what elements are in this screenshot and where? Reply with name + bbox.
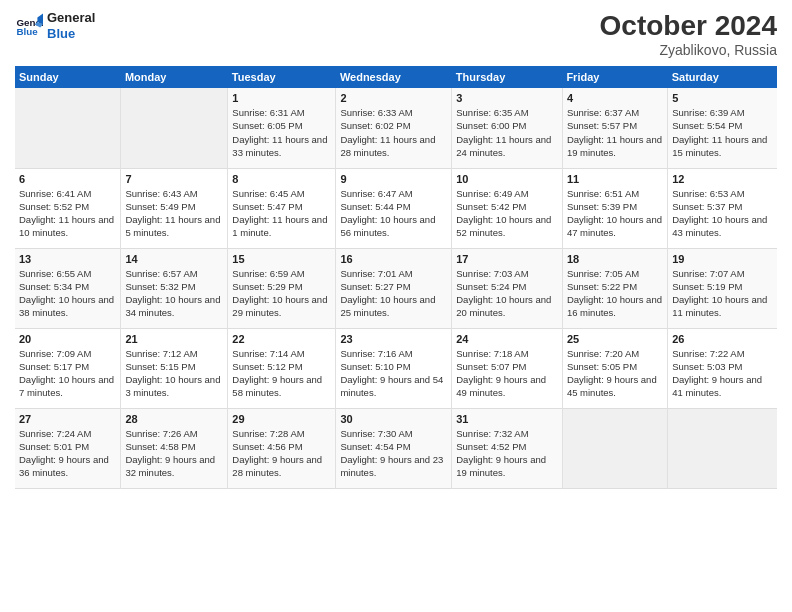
- sunset-info: Sunset: 5:29 PM: [232, 280, 331, 293]
- daylight-info: Daylight: 9 hours and 49 minutes.: [456, 373, 558, 400]
- daylight-info: Daylight: 10 hours and 29 minutes.: [232, 293, 331, 320]
- daylight-info: Daylight: 9 hours and 45 minutes.: [567, 373, 663, 400]
- sunset-info: Sunset: 5:57 PM: [567, 119, 663, 132]
- day-number: 30: [340, 413, 447, 425]
- day-number: 7: [125, 173, 223, 185]
- sunrise-info: Sunrise: 6:41 AM: [19, 187, 116, 200]
- calendar-cell: 15 Sunrise: 6:59 AM Sunset: 5:29 PM Dayl…: [228, 248, 336, 328]
- daylight-info: Daylight: 10 hours and 43 minutes.: [672, 213, 773, 240]
- daylight-info: Daylight: 10 hours and 3 minutes.: [125, 373, 223, 400]
- sunset-info: Sunset: 5:39 PM: [567, 200, 663, 213]
- day-number: 28: [125, 413, 223, 425]
- day-info: Sunrise: 6:31 AM Sunset: 6:05 PM Dayligh…: [232, 106, 331, 159]
- day-number: 10: [456, 173, 558, 185]
- weekday-header: Sunday: [15, 66, 121, 88]
- daylight-info: Daylight: 11 hours and 15 minutes.: [672, 133, 773, 160]
- sunset-info: Sunset: 5:22 PM: [567, 280, 663, 293]
- sunrise-info: Sunrise: 6:53 AM: [672, 187, 773, 200]
- daylight-info: Daylight: 9 hours and 19 minutes.: [456, 453, 558, 480]
- day-number: 1: [232, 92, 331, 104]
- sunset-info: Sunset: 5:03 PM: [672, 360, 773, 373]
- calendar-cell: [562, 408, 667, 488]
- day-info: Sunrise: 7:05 AM Sunset: 5:22 PM Dayligh…: [567, 267, 663, 320]
- sunrise-info: Sunrise: 6:55 AM: [19, 267, 116, 280]
- calendar-cell: 21 Sunrise: 7:12 AM Sunset: 5:15 PM Dayl…: [121, 328, 228, 408]
- day-number: 14: [125, 253, 223, 265]
- sunrise-info: Sunrise: 6:57 AM: [125, 267, 223, 280]
- calendar-cell: 7 Sunrise: 6:43 AM Sunset: 5:49 PM Dayli…: [121, 168, 228, 248]
- sunset-info: Sunset: 4:52 PM: [456, 440, 558, 453]
- day-number: 27: [19, 413, 116, 425]
- calendar-cell: 28 Sunrise: 7:26 AM Sunset: 4:58 PM Dayl…: [121, 408, 228, 488]
- day-number: 31: [456, 413, 558, 425]
- calendar-cell: 9 Sunrise: 6:47 AM Sunset: 5:44 PM Dayli…: [336, 168, 452, 248]
- sunset-info: Sunset: 5:12 PM: [232, 360, 331, 373]
- calendar-cell: 6 Sunrise: 6:41 AM Sunset: 5:52 PM Dayli…: [15, 168, 121, 248]
- sunset-info: Sunset: 6:02 PM: [340, 119, 447, 132]
- day-info: Sunrise: 6:41 AM Sunset: 5:52 PM Dayligh…: [19, 187, 116, 240]
- day-info: Sunrise: 7:22 AM Sunset: 5:03 PM Dayligh…: [672, 347, 773, 400]
- calendar-header: SundayMondayTuesdayWednesdayThursdayFrid…: [15, 66, 777, 88]
- day-info: Sunrise: 6:51 AM Sunset: 5:39 PM Dayligh…: [567, 187, 663, 240]
- sunrise-info: Sunrise: 7:07 AM: [672, 267, 773, 280]
- day-number: 16: [340, 253, 447, 265]
- weekday-header: Friday: [562, 66, 667, 88]
- title-block: October 2024 Zyablikovo, Russia: [600, 10, 777, 58]
- day-info: Sunrise: 7:32 AM Sunset: 4:52 PM Dayligh…: [456, 427, 558, 480]
- day-number: 18: [567, 253, 663, 265]
- daylight-info: Daylight: 11 hours and 1 minute.: [232, 213, 331, 240]
- sunrise-info: Sunrise: 7:26 AM: [125, 427, 223, 440]
- sunset-info: Sunset: 5:44 PM: [340, 200, 447, 213]
- sunrise-info: Sunrise: 6:33 AM: [340, 106, 447, 119]
- sunrise-info: Sunrise: 7:05 AM: [567, 267, 663, 280]
- sunrise-info: Sunrise: 7:22 AM: [672, 347, 773, 360]
- sunrise-info: Sunrise: 6:31 AM: [232, 106, 331, 119]
- day-info: Sunrise: 6:53 AM Sunset: 5:37 PM Dayligh…: [672, 187, 773, 240]
- day-number: 29: [232, 413, 331, 425]
- sunrise-info: Sunrise: 7:09 AM: [19, 347, 116, 360]
- calendar-cell: 17 Sunrise: 7:03 AM Sunset: 5:24 PM Dayl…: [452, 248, 563, 328]
- sunrise-info: Sunrise: 7:28 AM: [232, 427, 331, 440]
- sunset-info: Sunset: 4:56 PM: [232, 440, 331, 453]
- daylight-info: Daylight: 9 hours and 36 minutes.: [19, 453, 116, 480]
- sunrise-info: Sunrise: 6:39 AM: [672, 106, 773, 119]
- day-info: Sunrise: 7:09 AM Sunset: 5:17 PM Dayligh…: [19, 347, 116, 400]
- calendar-cell: 2 Sunrise: 6:33 AM Sunset: 6:02 PM Dayli…: [336, 88, 452, 168]
- calendar-cell: 16 Sunrise: 7:01 AM Sunset: 5:27 PM Dayl…: [336, 248, 452, 328]
- sunset-info: Sunset: 5:01 PM: [19, 440, 116, 453]
- sunrise-info: Sunrise: 6:35 AM: [456, 106, 558, 119]
- sunrise-info: Sunrise: 7:18 AM: [456, 347, 558, 360]
- day-info: Sunrise: 6:55 AM Sunset: 5:34 PM Dayligh…: [19, 267, 116, 320]
- sunrise-info: Sunrise: 7:01 AM: [340, 267, 447, 280]
- day-info: Sunrise: 6:37 AM Sunset: 5:57 PM Dayligh…: [567, 106, 663, 159]
- calendar-cell: 18 Sunrise: 7:05 AM Sunset: 5:22 PM Dayl…: [562, 248, 667, 328]
- sunset-info: Sunset: 5:19 PM: [672, 280, 773, 293]
- calendar-cell: 22 Sunrise: 7:14 AM Sunset: 5:12 PM Dayl…: [228, 328, 336, 408]
- day-info: Sunrise: 7:12 AM Sunset: 5:15 PM Dayligh…: [125, 347, 223, 400]
- daylight-info: Daylight: 11 hours and 19 minutes.: [567, 133, 663, 160]
- sunset-info: Sunset: 5:37 PM: [672, 200, 773, 213]
- day-info: Sunrise: 7:24 AM Sunset: 5:01 PM Dayligh…: [19, 427, 116, 480]
- calendar-body: 1 Sunrise: 6:31 AM Sunset: 6:05 PM Dayli…: [15, 88, 777, 488]
- calendar-cell: [15, 88, 121, 168]
- daylight-info: Daylight: 9 hours and 41 minutes.: [672, 373, 773, 400]
- sunset-info: Sunset: 5:15 PM: [125, 360, 223, 373]
- daylight-info: Daylight: 10 hours and 11 minutes.: [672, 293, 773, 320]
- header: General Blue General Blue October 2024 Z…: [15, 10, 777, 58]
- calendar-cell: 24 Sunrise: 7:18 AM Sunset: 5:07 PM Dayl…: [452, 328, 563, 408]
- sunrise-info: Sunrise: 6:59 AM: [232, 267, 331, 280]
- header-row: SundayMondayTuesdayWednesdayThursdayFrid…: [15, 66, 777, 88]
- day-info: Sunrise: 7:01 AM Sunset: 5:27 PM Dayligh…: [340, 267, 447, 320]
- sunset-info: Sunset: 5:27 PM: [340, 280, 447, 293]
- day-number: 17: [456, 253, 558, 265]
- month-title: October 2024: [600, 10, 777, 42]
- calendar-week-row: 20 Sunrise: 7:09 AM Sunset: 5:17 PM Dayl…: [15, 328, 777, 408]
- day-number: 26: [672, 333, 773, 345]
- calendar-cell: 23 Sunrise: 7:16 AM Sunset: 5:10 PM Dayl…: [336, 328, 452, 408]
- logo-line2: Blue: [47, 26, 95, 42]
- sunset-info: Sunset: 5:32 PM: [125, 280, 223, 293]
- day-info: Sunrise: 6:33 AM Sunset: 6:02 PM Dayligh…: [340, 106, 447, 159]
- calendar-cell: 30 Sunrise: 7:30 AM Sunset: 4:54 PM Dayl…: [336, 408, 452, 488]
- sunrise-info: Sunrise: 6:47 AM: [340, 187, 447, 200]
- sunset-info: Sunset: 5:17 PM: [19, 360, 116, 373]
